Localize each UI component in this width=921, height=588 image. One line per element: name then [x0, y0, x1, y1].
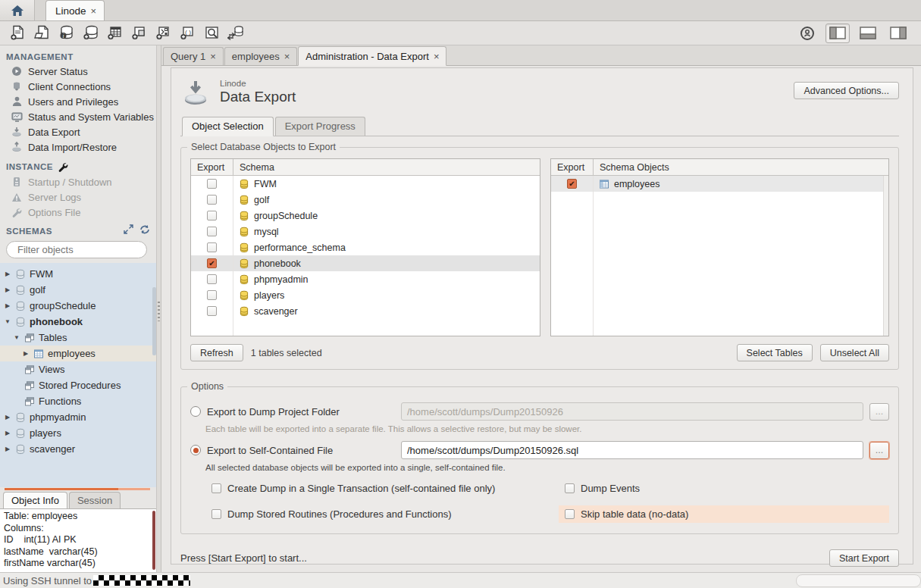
object-row-employees[interactable]: ✔ employees	[551, 176, 888, 192]
home-tab[interactable]	[0, 0, 35, 20]
export-checkbox[interactable]	[207, 195, 217, 205]
schema-row-players[interactable]: players	[191, 287, 540, 303]
schema-filter[interactable]	[6, 241, 147, 258]
self-contained-browse-button[interactable]: ...	[869, 442, 889, 459]
tab-export-progress[interactable]: Export Progress	[275, 117, 365, 136]
sidebar-item-server-status[interactable]: Server Status	[0, 64, 156, 79]
self-contained-radio[interactable]	[190, 445, 201, 455]
schema-row-golf[interactable]: golf	[191, 192, 540, 208]
sidebar-item-server-logs[interactable]: Server Logs	[0, 189, 156, 205]
search-table-data-button[interactable]	[200, 23, 224, 44]
dump-events-option[interactable]: Dump Events	[559, 480, 889, 497]
sidebar-splitter[interactable]	[156, 45, 161, 572]
tree-item-scavenger[interactable]: ▶ scavenger	[0, 441, 156, 457]
export-checkbox[interactable]	[207, 211, 217, 220]
dump-stored-routines-checkbox[interactable]	[211, 509, 221, 519]
tree-item-functions[interactable]: Functions	[0, 393, 156, 409]
tree-item-employees[interactable]: ▶ employees	[0, 346, 156, 361]
self-contained-label[interactable]: Export to Self-Contained File	[207, 445, 395, 456]
tree-item-phpmyadmin[interactable]: ▶ phpmyadmin	[0, 409, 156, 425]
sidebar-item-users-privileges[interactable]: Users and Privileges	[0, 94, 156, 109]
sidebar-item-client-connections[interactable]: Client Connections	[0, 79, 156, 94]
toggle-right-panel-button[interactable]	[886, 23, 910, 43]
sidebar-item-data-export[interactable]: Data Export	[0, 124, 156, 139]
filter-objects-input[interactable]	[17, 244, 151, 255]
self-contained-path-input[interactable]	[401, 441, 863, 459]
tab-object-info[interactable]: Object Info	[3, 492, 67, 508]
chevron-down-icon[interactable]: ▼	[13, 334, 20, 341]
start-export-button[interactable]: Start Export	[829, 549, 899, 567]
create-schema-button[interactable]	[79, 23, 103, 44]
dump-folder-radio[interactable]	[190, 406, 201, 417]
inspect-database-button[interactable]: i	[55, 23, 79, 44]
tab-query1[interactable]: Query 1 ×	[163, 47, 224, 65]
expand-schemas-icon[interactable]	[124, 224, 133, 234]
schema-row-phpmyadmin[interactable]: phpmyadmin	[191, 271, 540, 287]
dump-folder-browse-button[interactable]: ...	[869, 403, 889, 421]
schema-row-mysql[interactable]: mysql	[191, 224, 540, 239]
toggle-left-panel-button[interactable]	[825, 23, 850, 43]
dump-events-checkbox[interactable]	[565, 483, 575, 493]
chevron-right-icon[interactable]: ▶	[4, 271, 11, 277]
schema-row-groupschedule[interactable]: groupSchedule	[191, 208, 540, 224]
create-procedure-button[interactable]	[152, 23, 176, 44]
tab-administration-data-export[interactable]: Administration - Data Export ×	[298, 46, 446, 66]
export-checkbox[interactable]	[207, 242, 217, 252]
unselect-all-button[interactable]: Unselect All	[820, 344, 889, 361]
tab-object-selection[interactable]: Object Selection	[182, 117, 274, 136]
refresh-schemas-icon[interactable]	[139, 224, 150, 234]
schema-row-scavenger[interactable]: scavenger	[191, 303, 540, 319]
close-icon[interactable]: ×	[91, 6, 97, 16]
info-scrollbar[interactable]	[152, 511, 155, 570]
tree-item-golf[interactable]: ▶ golf	[0, 282, 156, 298]
skip-table-data-option[interactable]: Skip table data (no-data)	[559, 505, 889, 523]
tree-item-players[interactable]: ▶ players	[0, 425, 156, 441]
select-tables-button[interactable]: Select Tables	[737, 344, 813, 361]
tree-item-fwm[interactable]: ▶ FWM	[0, 266, 156, 282]
sidebar-item-data-import[interactable]: Data Import/Restore	[0, 139, 156, 155]
close-icon[interactable]: ×	[210, 52, 216, 61]
export-checkbox[interactable]	[207, 227, 217, 236]
open-sql-script-button[interactable]	[30, 23, 55, 44]
dump-folder-label[interactable]: Export to Dump Project Folder	[207, 406, 395, 418]
chevron-right-icon[interactable]: ▶	[4, 414, 11, 421]
export-checkbox[interactable]	[207, 274, 217, 284]
connection-tab[interactable]: Linode ×	[45, 0, 105, 20]
create-view-button[interactable]	[127, 23, 152, 44]
toggle-bottom-panel-button[interactable]	[856, 23, 880, 43]
schema-row-performance-schema[interactable]: performance_schema	[191, 239, 540, 255]
status-indicator-button[interactable]	[795, 23, 819, 44]
export-checkbox[interactable]	[207, 306, 217, 316]
tree-item-tables[interactable]: ▼ Tables	[0, 330, 156, 346]
horizontal-scrollbar[interactable]	[796, 574, 921, 587]
create-function-button[interactable]: ()	[176, 23, 200, 44]
sidebar-item-status-system-variables[interactable]: Status and System Variables	[0, 109, 156, 124]
chevron-right-icon[interactable]: ▶	[22, 350, 30, 357]
export-checkbox[interactable]	[207, 179, 217, 189]
sidebar-item-startup-shutdown[interactable]: Startup / Shutdown	[0, 174, 156, 189]
tree-item-stored-procedures[interactable]: Stored Procedures	[0, 377, 156, 393]
refresh-button[interactable]: Refresh	[190, 344, 243, 361]
close-icon[interactable]: ×	[284, 52, 290, 61]
chevron-right-icon[interactable]: ▶	[4, 286, 11, 293]
tab-session[interactable]: Session	[69, 492, 121, 508]
database-migration-button[interactable]	[224, 23, 249, 44]
tree-item-groupschedule[interactable]: ▶ groupSchedule	[0, 298, 156, 314]
create-table-button[interactable]	[103, 23, 127, 44]
chevron-right-icon[interactable]: ▶	[4, 430, 11, 436]
tree-item-views[interactable]: Views	[0, 361, 156, 377]
objects-table-scrollbar[interactable]	[883, 176, 888, 336]
export-checkbox-checked[interactable]: ✔	[207, 258, 217, 268]
advanced-options-button[interactable]: Advanced Options...	[794, 82, 899, 99]
chevron-right-icon[interactable]: ▶	[4, 446, 11, 452]
single-transaction-checkbox[interactable]	[211, 483, 221, 493]
export-checkbox[interactable]	[207, 290, 217, 300]
new-sql-editor-button[interactable]	[6, 23, 30, 44]
chevron-down-icon[interactable]: ▼	[4, 318, 11, 325]
single-transaction-option[interactable]: Create Dump in a Single Transaction (sel…	[205, 480, 559, 497]
chevron-right-icon[interactable]: ▶	[4, 302, 11, 309]
skip-table-data-checkbox[interactable]	[565, 509, 575, 519]
export-checkbox-checked[interactable]: ✔	[567, 179, 577, 189]
dump-folder-path-input[interactable]	[401, 402, 863, 421]
schema-row-fwm[interactable]: FWM	[191, 176, 540, 192]
